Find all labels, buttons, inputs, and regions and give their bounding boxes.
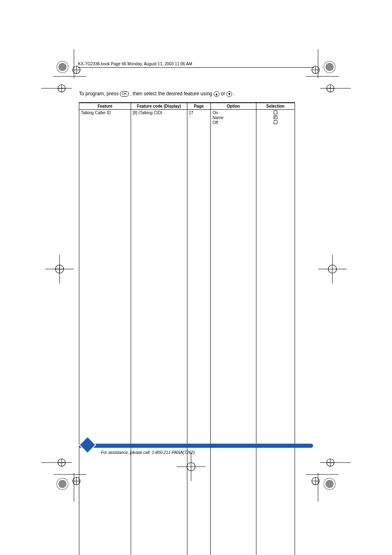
col-feature: Feature <box>79 103 131 110</box>
intro-text: To program, press OK , then select the d… <box>79 90 295 97</box>
col-option: Option <box>211 103 256 110</box>
col-page: Page <box>187 103 211 110</box>
col-code: Feature code (Display) <box>131 103 187 110</box>
intro-mid: , then select the desired feature using <box>130 91 213 97</box>
crop-mark-br <box>306 456 351 502</box>
page-header: KX-TG2336.book Page 66 Monday, August 11… <box>78 62 314 66</box>
svg-point-1 <box>58 63 67 71</box>
svg-point-40 <box>58 480 67 488</box>
footer-caption: For assistance, please call: 1-800-211-P… <box>101 450 195 455</box>
arrow-down-icon: ▼ <box>226 91 232 97</box>
option-label: On <box>212 111 254 115</box>
settings-table: Feature Feature code (Display) Page Opti… <box>79 102 295 555</box>
crop-mark-tl <box>41 49 86 94</box>
cell-feature: Talking Caller ID <box>79 109 131 555</box>
cell-page: 27 <box>187 109 211 555</box>
footer-page-number: 66 <box>88 451 95 458</box>
intro-or: or <box>221 91 226 97</box>
cell-code: [8] (Talking CID) <box>131 109 187 555</box>
col-selection: Selection <box>256 103 295 110</box>
crop-mark-mr <box>318 255 347 283</box>
checkbox-checked-icon <box>274 115 277 119</box>
checkbox-icon <box>274 120 277 124</box>
svg-point-51 <box>325 480 334 488</box>
intro-prefix: To program, press <box>79 91 120 97</box>
table-header-row: Feature Feature code (Display) Page Opti… <box>79 103 295 110</box>
checkbox-icon <box>274 111 277 114</box>
crop-mark-tr <box>306 49 351 94</box>
svg-point-12 <box>325 63 334 71</box>
cell-options: OnNameOff <box>211 109 256 555</box>
table-row: Talking Caller ID[8] (Talking CID)27OnNa… <box>79 109 295 555</box>
cell-selection <box>256 109 295 555</box>
option-label: Name <box>212 115 254 120</box>
option-label: Off <box>212 120 254 125</box>
crop-mark-ml <box>45 255 74 283</box>
header-rule <box>78 67 314 68</box>
ok-button-icon: OK <box>120 91 129 97</box>
arrow-up-icon: ▲ <box>214 91 219 97</box>
intro-suffix: . <box>234 91 235 97</box>
footer-bar <box>79 444 313 448</box>
